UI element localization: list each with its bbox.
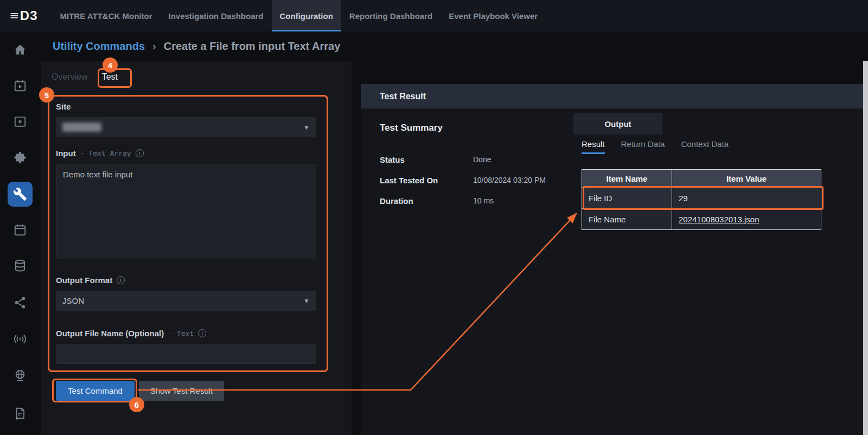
nav-item-mitre-attck-monitor[interactable]: MITRE ATT&CK Monitor: [52, 0, 161, 31]
command-tabs: Overview Test: [52, 68, 118, 86]
output-file-name-label: Output File Name (Optional) - Text i: [56, 329, 206, 338]
d3-logo[interactable]: ≡ D3: [0, 0, 52, 31]
video-play-icon: [13, 114, 27, 129]
broadcast-signal-icon: [13, 332, 27, 346]
nav-item-event-playbook-viewer[interactable]: Event Playbook Viewer: [441, 0, 546, 31]
icon-sidebar: [0, 31, 41, 435]
chevron-down-icon: ▼: [303, 124, 310, 131]
share-nodes-icon: [13, 296, 27, 310]
table-row-file-name: File Name 20241008032013.json: [582, 209, 821, 230]
test-result-header: Test Result: [361, 84, 863, 108]
test-result-title: Test Result: [380, 92, 426, 101]
command-form-panel: Overview Test Site ▼ Input - Text Array …: [41, 61, 352, 435]
app-window: ≡ D3 MITRE ATT&CK Monitor Investigation …: [0, 0, 868, 435]
duration-value: 10 ms: [473, 196, 494, 205]
tab-test[interactable]: Test: [102, 68, 118, 86]
nav-item-reporting-dashboard[interactable]: Reporting Dashboard: [341, 0, 441, 31]
last-tested-value: 10/08/2024 03:20 PM: [473, 176, 546, 184]
breadcrumb-separator: ›: [152, 40, 156, 53]
wrench-icon: [13, 187, 27, 201]
input-textarea[interactable]: Demo text file input: [56, 164, 316, 259]
info-icon[interactable]: i: [136, 149, 144, 157]
tab-overview[interactable]: Overview: [52, 68, 88, 86]
show-test-result-button[interactable]: Show Test Result: [139, 381, 224, 401]
database-icon: [13, 259, 27, 273]
test-result-body: Test Summary Status Done Last Tested On …: [361, 108, 863, 435]
nav-item-investigation-dashboard[interactable]: Investigation Dashboard: [161, 0, 272, 31]
subtab-result[interactable]: Result: [582, 139, 605, 154]
file-name-link[interactable]: 20241008032013.json: [679, 215, 759, 224]
sidebar-item-connections[interactable]: [8, 290, 33, 315]
sidebar-item-signature[interactable]: [8, 401, 33, 426]
calendar-icon: [13, 223, 27, 237]
page-title: Create a File from input Text Array: [164, 40, 341, 53]
test-summary-title: Test Summary: [380, 123, 443, 133]
column-header-item-value: Item Value: [672, 170, 821, 188]
test-result-panel: Test Result Test Summary Status Done Las…: [361, 84, 863, 435]
output-format-label: Output Format i: [56, 276, 125, 285]
breadcrumb: Utility Commands › Create a File from in…: [0, 31, 868, 61]
sidebar-item-broadcast[interactable]: [8, 327, 33, 351]
summary-row-duration: Duration 10 ms: [380, 196, 570, 207]
site-field-label: Site: [56, 102, 71, 111]
input-field-label: Input - Text Array i: [56, 149, 144, 158]
home-icon: [13, 43, 27, 57]
output-format-select[interactable]: JSON ▼: [56, 291, 316, 311]
output-result-table: Item Name Item Value File ID 29 File Nam…: [582, 169, 821, 230]
sidebar-item-data[interactable]: [8, 253, 33, 278]
output-subtabs: Result Return Data Context Data: [582, 139, 729, 154]
table-row-file-id: File ID 29: [582, 188, 821, 209]
page-scrollbar-thumb[interactable]: [863, 61, 868, 435]
tab-output[interactable]: Output: [573, 113, 662, 135]
playbook-monitor-icon: [13, 79, 27, 93]
file-name-name-cell: File Name: [582, 209, 672, 230]
file-id-name-cell: File ID: [582, 188, 672, 209]
sidebar-item-integrations[interactable]: [8, 145, 33, 170]
puzzle-icon: [13, 151, 27, 165]
sidebar-item-playbook-monitor[interactable]: [8, 73, 33, 98]
subtab-context-data[interactable]: Context Data: [681, 139, 729, 154]
summary-row-status: Status Done: [380, 155, 570, 166]
sidebar-item-global[interactable]: [8, 363, 33, 388]
breadcrumb-parent-link[interactable]: Utility Commands: [53, 40, 145, 53]
table-header-row: Item Name Item Value: [582, 170, 821, 188]
output-file-name-type-hint: - Text: [168, 329, 194, 337]
status-value: Done: [473, 155, 491, 164]
sidebar-item-schedule[interactable]: [8, 218, 33, 242]
d3-logo-text: D3: [20, 8, 38, 23]
globe-icon: [13, 368, 27, 382]
d3-logo-bars-icon: ≡: [10, 9, 19, 23]
sidebar-item-home[interactable]: [8, 37, 33, 62]
nav-item-configuration[interactable]: Configuration: [272, 0, 341, 31]
column-header-item-name: Item Name: [582, 170, 672, 188]
site-value-redacted: [62, 123, 101, 132]
output-file-name-input[interactable]: [56, 344, 316, 364]
output-format-value: JSON: [62, 296, 84, 305]
test-command-button[interactable]: Test Command: [56, 381, 135, 401]
info-icon[interactable]: i: [117, 276, 125, 284]
top-nav: ≡ D3 MITRE ATT&CK Monitor Investigation …: [0, 0, 868, 31]
chevron-down-icon: ▼: [303, 297, 310, 305]
info-icon[interactable]: i: [198, 329, 206, 337]
sidebar-item-utility-commands[interactable]: [8, 182, 33, 207]
site-select[interactable]: ▼: [56, 117, 316, 137]
sidebar-item-video-play[interactable]: [8, 109, 33, 134]
input-field-type-hint: - Text Array: [80, 149, 131, 157]
subtab-return-data[interactable]: Return Data: [621, 139, 665, 154]
file-id-value-cell: 29: [672, 188, 821, 209]
signature-document-icon: [13, 406, 27, 420]
summary-row-last-tested: Last Tested On 10/08/2024 03:20 PM: [380, 176, 570, 187]
